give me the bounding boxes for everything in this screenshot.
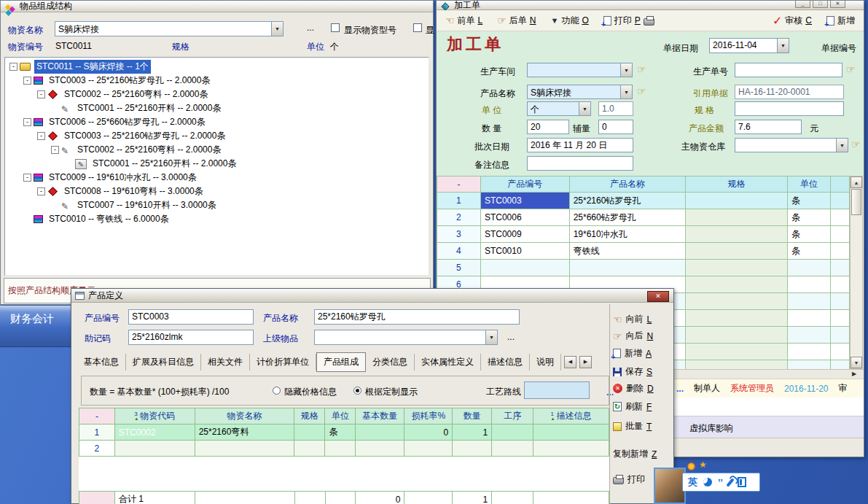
scroll-up-icon[interactable]: ▲ bbox=[851, 177, 862, 188]
tree-item-label[interactable]: STC0009 -- 19*610冲水孔 -- 3.0000条 bbox=[47, 171, 199, 185]
pane-arrow-icon[interactable]: ▶ bbox=[852, 371, 856, 377]
cell-loss[interactable] bbox=[404, 441, 453, 457]
tab-计价折算单位[interactable]: 计价折算单位 bbox=[250, 354, 316, 371]
table-row[interactable]: 1STC000325*2160钻罗母孔条 bbox=[437, 193, 850, 209]
cell-code[interactable] bbox=[480, 260, 569, 276]
po-col-header[interactable]: 产品编号 bbox=[480, 177, 569, 193]
tab-实体属性定义[interactable]: 实体属性定义 bbox=[415, 354, 481, 371]
tree-item-label[interactable]: STC0007 -- 19*610开料 -- 3.0000条 bbox=[75, 198, 219, 212]
material-name-combo[interactable]: S躺床焊接 ▼ bbox=[55, 21, 284, 36]
dlg-col-header[interactable]: 物资名称 bbox=[195, 408, 294, 424]
dlg-col-header[interactable]: 单位 bbox=[325, 408, 356, 424]
dlg-col-header[interactable]: 3▲物资代码 bbox=[114, 408, 195, 424]
workshop-combo[interactable]: ▼ bbox=[527, 63, 633, 77]
cell-spec[interactable] bbox=[686, 293, 788, 310]
cell-spec[interactable] bbox=[686, 209, 788, 226]
cell-no[interactable]: 1 bbox=[79, 424, 115, 441]
route-input[interactable] bbox=[524, 381, 590, 399]
dlg-name-input[interactable]: 25*2160钻罗母孔 bbox=[314, 309, 520, 325]
material-browse-button[interactable]: ... bbox=[307, 23, 314, 33]
cell-qty[interactable] bbox=[453, 441, 492, 457]
cell-code[interactable]: STC0003 bbox=[480, 193, 569, 209]
cell-proc[interactable] bbox=[492, 424, 533, 441]
wrench-icon[interactable] bbox=[726, 478, 734, 487]
cell-name[interactable]: 弯铁线 bbox=[569, 243, 686, 260]
tree-expander[interactable]: - bbox=[23, 118, 31, 126]
cell-spec[interactable] bbox=[686, 360, 788, 370]
po-col-header[interactable]: 单位 bbox=[788, 177, 831, 193]
cell-code[interactable] bbox=[114, 441, 195, 457]
cell-unit[interactable] bbox=[788, 310, 831, 327]
table-row[interactable]: 4STC0010弯铁线条 bbox=[437, 243, 850, 260]
cell-unit[interactable]: 条 bbox=[788, 226, 831, 243]
cell-spec[interactable] bbox=[686, 260, 788, 276]
tab-说明[interactable]: 说明 bbox=[530, 354, 561, 371]
chevron-down-icon[interactable]: ▼ bbox=[836, 139, 848, 152]
scrollbar-thumb[interactable] bbox=[851, 189, 861, 215]
toolbar-prev-button[interactable]: 前单L bbox=[445, 15, 482, 27]
cell-no[interactable]: 2 bbox=[79, 441, 115, 457]
cell-base[interactable] bbox=[356, 441, 404, 457]
cell-loss[interactable]: 0 bbox=[404, 424, 453, 441]
tree-expander[interactable]: - bbox=[37, 90, 45, 98]
cell-desc[interactable] bbox=[533, 441, 609, 457]
cell-unit[interactable]: 条 bbox=[788, 209, 831, 226]
aux-qty-input[interactable]: 0 bbox=[598, 120, 633, 134]
tree-item-label[interactable]: STC0008 -- 19*610弯料 -- 3.0000条 bbox=[62, 185, 206, 198]
sun-icon[interactable] bbox=[687, 462, 695, 470]
dlg-components-table[interactable]: -3▲物资代码物资名称规格单位基本数量损耗率%数量工序1▲描述信息1STC000… bbox=[79, 408, 609, 457]
clipboard-icon[interactable] bbox=[738, 477, 746, 487]
po-unit-combo[interactable]: 个 ▼ bbox=[527, 101, 591, 116]
batch-date-input[interactable]: 2016 年 11 月 20 日 bbox=[527, 138, 633, 152]
cell-code[interactable]: STC0009 bbox=[480, 226, 569, 243]
cell-no[interactable]: 2 bbox=[437, 209, 481, 226]
tab-scroll-left-icon[interactable]: ◀ bbox=[564, 356, 576, 368]
moon-icon[interactable] bbox=[703, 478, 712, 486]
table-row[interactable]: 2STC000625*660钻罗母孔条 bbox=[437, 209, 850, 226]
po-col-header[interactable]: 产品名称 bbox=[569, 177, 686, 193]
dlg-col-header[interactable]: 规格 bbox=[294, 408, 325, 424]
tree-expander[interactable]: - bbox=[37, 187, 45, 195]
dlg-col-header[interactable]: 损耗率% bbox=[404, 408, 453, 424]
cell-x[interactable] bbox=[831, 260, 850, 276]
footer-more-button[interactable]: ... bbox=[676, 384, 684, 394]
bom-tree[interactable]: -STC0011 -- S躺床焊接 -- 1个-STC0003 -- 25*21… bbox=[4, 57, 429, 276]
dialog-删除-button[interactable]: 删除D bbox=[613, 382, 673, 395]
cell-unit[interactable]: 条 bbox=[788, 243, 831, 260]
chevron-down-icon[interactable]: ▼ bbox=[485, 330, 497, 344]
table-row[interactable]: 1STC000225*2160弯料条01 bbox=[79, 424, 609, 441]
tree-item-label[interactable]: STC0010 -- 弯铁线 -- 6.0000条 bbox=[47, 212, 171, 226]
custom-display-radio[interactable] bbox=[353, 387, 361, 395]
cell-no[interactable]: 5 bbox=[437, 260, 481, 276]
tree-item-label[interactable]: STC0001 -- 25*2160开料 -- 2.0000条 bbox=[90, 157, 238, 171]
tree-item-label[interactable]: STC0002 -- 25*2160弯料 -- 2.0000条 bbox=[75, 143, 223, 157]
remark-input[interactable] bbox=[527, 156, 633, 171]
tree-item-label[interactable]: STC0011 -- S躺床焊接 -- 1个 bbox=[34, 60, 151, 74]
show-extra-checkbox[interactable] bbox=[413, 23, 422, 32]
cell-spec[interactable] bbox=[294, 441, 325, 457]
scroll-down-icon[interactable]: ▼ bbox=[851, 357, 862, 368]
table-row[interactable]: 5 bbox=[437, 260, 850, 276]
dialog-复制新增-button[interactable]: 复制新增Z bbox=[613, 448, 673, 460]
dlg-code-input[interactable]: STC0003 bbox=[128, 309, 254, 325]
dlg-parent-browse-button[interactable]: ... bbox=[507, 332, 515, 342]
cell-unit[interactable] bbox=[325, 441, 356, 457]
cell-name[interactable]: 25*660钻罗母孔 bbox=[569, 209, 686, 226]
po-spec-input[interactable] bbox=[735, 101, 844, 116]
toolbar-next-button[interactable]: 后单N bbox=[497, 15, 536, 27]
bom-titlebar[interactable]: 物品组成结构 bbox=[1, 1, 433, 12]
cell-proc[interactable] bbox=[492, 441, 533, 457]
cell-unit[interactable]: 条 bbox=[325, 424, 356, 441]
tree-expander[interactable]: - bbox=[37, 132, 45, 140]
cell-code[interactable]: STC0006 bbox=[480, 209, 569, 226]
dlg-col-header[interactable]: - bbox=[79, 408, 115, 424]
cell-base[interactable] bbox=[356, 424, 404, 441]
cell-qty[interactable]: 1 bbox=[453, 424, 492, 441]
cell-unit[interactable]: 条 bbox=[788, 193, 831, 209]
tab-描述信息[interactable]: 描述信息 bbox=[481, 354, 530, 371]
cell-spec[interactable] bbox=[686, 310, 788, 327]
prod-no-input[interactable] bbox=[735, 63, 842, 77]
cell-spec[interactable] bbox=[686, 243, 788, 260]
qty-input[interactable]: 20 bbox=[527, 120, 569, 134]
tab-分类信息[interactable]: 分类信息 bbox=[366, 354, 415, 371]
